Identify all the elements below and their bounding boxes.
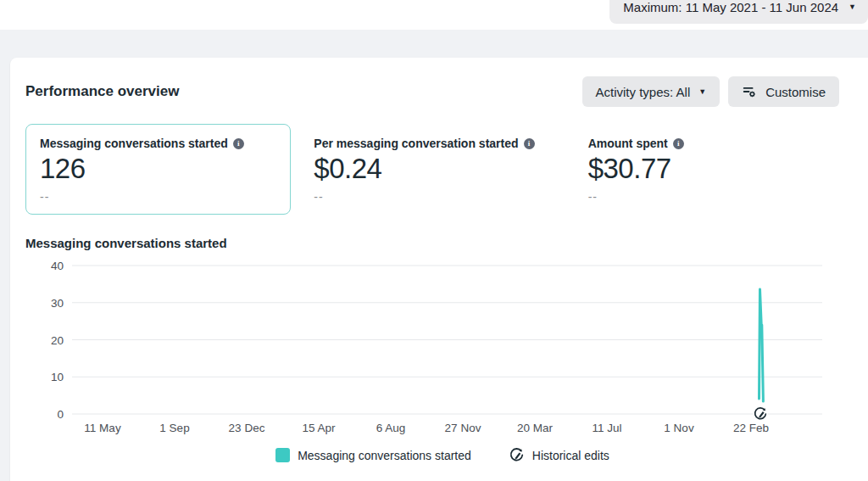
panel-header: Performance overview Activity types: All… bbox=[25, 76, 860, 107]
metric-card-amount-spent[interactable]: Amount spent i $30.77 -- bbox=[574, 124, 839, 215]
chart-title: Messaging conversations started bbox=[25, 236, 860, 250]
metric-label: Messaging conversations started bbox=[40, 137, 228, 150]
y-axis-tick-label: 0 bbox=[57, 408, 64, 421]
legend-series-label: Messaging conversations started bbox=[298, 449, 471, 462]
x-axis-tick-label: 6 Aug bbox=[376, 422, 406, 434]
historical-edit-marker-icon[interactable] bbox=[753, 406, 768, 422]
info-icon[interactable]: i bbox=[233, 138, 244, 149]
series-spike-line bbox=[760, 289, 764, 401]
info-icon[interactable]: i bbox=[524, 138, 535, 149]
chevron-down-icon: ▼ bbox=[849, 3, 856, 11]
activity-types-label: Activity types: All bbox=[596, 85, 691, 99]
y-axis-tick-label: 30 bbox=[51, 297, 64, 310]
metrics-row: Messaging conversations started i 126 --… bbox=[25, 124, 839, 215]
metric-comparison: -- bbox=[40, 190, 276, 204]
y-axis-tick-label: 20 bbox=[51, 334, 64, 347]
customise-label: Customise bbox=[765, 85, 826, 99]
messaging-conversations-chart: 40302010011 May1 Sep23 Dec15 Apr6 Aug27 … bbox=[25, 257, 860, 437]
y-axis-tick-label: 10 bbox=[51, 371, 64, 383]
legend-series-swatch bbox=[275, 448, 290, 462]
activity-types-dropdown[interactable]: Activity types: All ▼ bbox=[582, 76, 721, 107]
historical-edits-icon bbox=[509, 447, 525, 463]
customise-icon bbox=[742, 84, 757, 99]
chevron-down-icon: ▼ bbox=[698, 88, 706, 96]
info-icon[interactable]: i bbox=[673, 138, 684, 149]
x-axis-tick-label: 20 Mar bbox=[517, 422, 554, 434]
metric-label: Per messaging conversation started bbox=[314, 137, 518, 150]
legend-historical-label: Historical edits bbox=[532, 449, 609, 462]
customise-button[interactable]: Customise bbox=[728, 76, 839, 107]
metric-card-per-messaging-conversation-started[interactable]: Per messaging conversation started i $0.… bbox=[299, 124, 565, 215]
metric-comparison: -- bbox=[314, 190, 550, 204]
x-axis-tick-label: 23 Dec bbox=[229, 422, 265, 434]
metric-value: 126 bbox=[40, 153, 276, 185]
x-axis-tick-label: 11 Jul bbox=[592, 422, 621, 434]
x-axis-tick-label: 11 May bbox=[84, 422, 121, 434]
metric-label: Amount spent bbox=[588, 137, 668, 150]
y-axis-tick-label: 40 bbox=[51, 260, 64, 272]
performance-overview-panel: Performance overview Activity types: All… bbox=[10, 58, 868, 481]
panel-title: Performance overview bbox=[25, 76, 179, 100]
date-range-label: Maximum: 11 May 2021 - 11 Jun 2024 bbox=[623, 0, 838, 14]
x-axis-tick-label: 15 Apr bbox=[302, 422, 336, 434]
x-axis-tick-label: 27 Nov bbox=[445, 422, 481, 434]
metric-card-messaging-conversations-started[interactable]: Messaging conversations started i 126 -- bbox=[25, 124, 291, 215]
metric-comparison: -- bbox=[588, 190, 825, 204]
header-actions: Activity types: All ▼ Customise bbox=[582, 76, 839, 107]
metric-value: $30.77 bbox=[588, 153, 825, 185]
chart-legend: Messaging conversations started Historic… bbox=[25, 447, 860, 463]
top-bar: Maximum: 11 May 2021 - 11 Jun 2024 ▼ bbox=[0, 0, 868, 30]
x-axis-tick-label: 1 Sep bbox=[159, 422, 189, 434]
x-axis-tick-label: 22 Feb bbox=[733, 422, 769, 434]
metric-value: $0.24 bbox=[314, 153, 550, 185]
x-axis-tick-label: 1 Nov bbox=[664, 422, 694, 434]
date-range-selector[interactable]: Maximum: 11 May 2021 - 11 Jun 2024 ▼ bbox=[609, 0, 868, 24]
